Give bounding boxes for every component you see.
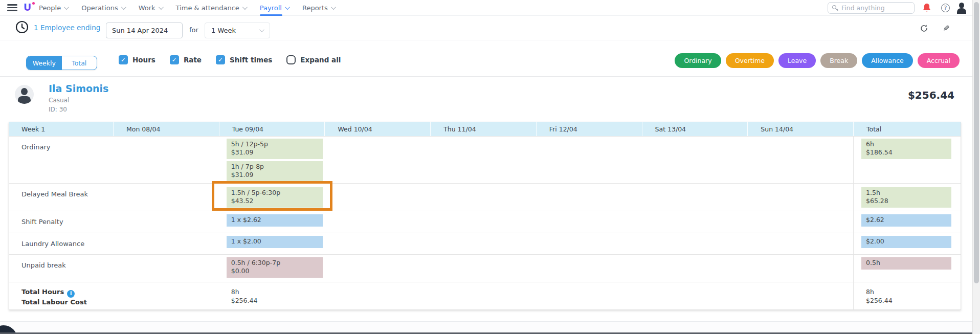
table-header-row: Week 1 Mon 08/04 Tue 09/04 Wed 10/04 Thu… bbox=[9, 122, 961, 136]
allowance-entry: 1 x $2.00 bbox=[227, 236, 323, 248]
total-entry: 6h$186.54 bbox=[861, 139, 951, 159]
nav-item-work[interactable]: Work bbox=[139, 0, 162, 16]
totals-label: Total Hoursi Total Labour Cost bbox=[9, 282, 113, 309]
checkbox-shift-times[interactable]: ✓ Shift times bbox=[216, 55, 272, 64]
employees-ending-link[interactable]: 1 Employee ending bbox=[34, 24, 100, 32]
total-cell: 8h$256.44 bbox=[853, 282, 961, 309]
hamburger-menu-icon[interactable] bbox=[7, 4, 17, 12]
edit-pencil-button[interactable]: ✎ bbox=[940, 22, 952, 34]
refresh-button[interactable] bbox=[918, 22, 930, 34]
nav-item-payroll[interactable]: Payroll bbox=[260, 0, 288, 16]
col-wed: Wed 10/04 bbox=[324, 122, 430, 136]
day-cell-tue: 5h / 12p-5p$31.09 1h / 7p-8p$31.09 bbox=[219, 137, 325, 183]
nav-item-reports[interactable]: Reports bbox=[302, 0, 335, 16]
day-total: 8h$256.44 bbox=[219, 282, 325, 305]
highlight-annotation-box bbox=[212, 181, 332, 211]
employee-type: Casual bbox=[49, 97, 69, 104]
legend-overtime[interactable]: Overtime bbox=[726, 53, 774, 68]
week-total: 8h$256.44 bbox=[854, 282, 961, 305]
col-thu: Thu 11/04 bbox=[430, 122, 536, 136]
employee-name-link[interactable]: Ila Simonis bbox=[49, 83, 108, 94]
total-entry: 0.5h bbox=[861, 257, 951, 270]
clock-icon bbox=[15, 20, 29, 34]
chevron-down-icon bbox=[121, 5, 126, 10]
legend-allowance[interactable]: Allowance bbox=[862, 53, 913, 68]
row-label: Laundry Allowance bbox=[9, 233, 113, 254]
table-row-unpaid-break: Unpaid break 0.5h / 6:30p-7p$0.00 0.5h bbox=[9, 254, 961, 282]
col-week: Week 1 bbox=[9, 122, 113, 136]
checkbox-rate[interactable]: ✓ Rate bbox=[170, 55, 202, 64]
checkbox-checked-icon: ✓ bbox=[170, 55, 179, 64]
pay-period-date-input[interactable] bbox=[106, 23, 183, 38]
total-cell: $2.00 bbox=[853, 233, 961, 254]
total-entry: $2.62 bbox=[861, 214, 951, 227]
display-checkboxes: ✓ Hours ✓ Rate ✓ Shift times Expand all bbox=[119, 55, 341, 64]
total-cell: 1.5h$65.28 bbox=[853, 184, 961, 211]
nav-item-operations[interactable]: Operations bbox=[81, 0, 124, 16]
info-icon[interactable]: i bbox=[67, 290, 75, 298]
employee-header: Ila Simonis Casual ID: 30 $256.44 bbox=[0, 77, 980, 122]
legend-accrual[interactable]: Accrual bbox=[918, 53, 960, 68]
period-select[interactable]: 1 Week bbox=[205, 23, 270, 38]
shift-entry: 5h / 12p-5p$31.09 bbox=[227, 139, 323, 159]
app-logo[interactable]: U bbox=[24, 2, 36, 14]
table-row-totals: Total Hoursi Total Labour Cost 8h$256.44… bbox=[9, 282, 961, 309]
total-cell: 0.5h bbox=[853, 255, 961, 282]
employee-avatar[interactable] bbox=[15, 85, 34, 104]
legend-break[interactable]: Break bbox=[820, 53, 857, 68]
table-row-delayed-meal-break: Delayed Meal Break 1.5h / 5p-6:30p$43.52… bbox=[9, 183, 961, 211]
table-row-ordinary: Ordinary 5h / 12p-5p$31.09 1h / 7p-8p$31… bbox=[9, 136, 961, 183]
notifications-bell-icon[interactable] bbox=[922, 3, 931, 13]
day-cell-tue: 0.5h / 6:30p-7p$0.00 bbox=[219, 255, 325, 282]
chevron-down-icon bbox=[259, 27, 264, 32]
payroll-page: U People Operations Work Time & attendan… bbox=[0, 0, 980, 334]
col-fri: Fri 12/04 bbox=[536, 122, 642, 136]
nav-item-time-attendance[interactable]: Time & attendance bbox=[176, 0, 246, 16]
allowance-entry: 1 x $2.62 bbox=[227, 214, 323, 227]
chevron-down-icon bbox=[285, 5, 290, 10]
col-sat: Sat 13/04 bbox=[642, 122, 748, 136]
total-cell: $2.62 bbox=[853, 211, 961, 233]
toggle-weekly[interactable]: Weekly bbox=[27, 56, 62, 70]
page-scrollbar[interactable] bbox=[972, 0, 980, 334]
employee-week-total: $256.44 bbox=[908, 89, 954, 101]
help-icon[interactable]: ? bbox=[941, 4, 950, 12]
chevron-down-icon bbox=[331, 5, 336, 10]
user-avatar[interactable] bbox=[956, 2, 967, 14]
legend-ordinary[interactable]: Ordinary bbox=[675, 53, 721, 68]
row-label: Unpaid break bbox=[9, 255, 113, 282]
timesheet-table: Week 1 Mon 08/04 Tue 09/04 Wed 10/04 Thu… bbox=[9, 122, 961, 310]
for-label: for bbox=[189, 26, 198, 34]
row-label: Ordinary bbox=[9, 137, 113, 183]
row-label: Shift Penalty bbox=[9, 211, 113, 233]
scrollbar-thumb[interactable] bbox=[974, 2, 979, 283]
toggle-total[interactable]: Total bbox=[62, 56, 97, 70]
total-cell: 6h$186.54 bbox=[853, 137, 961, 183]
legend-leave[interactable]: Leave bbox=[778, 53, 816, 68]
checkbox-expand-all[interactable]: Expand all bbox=[286, 55, 341, 64]
shift-entry: 1h / 7p-8p$31.09 bbox=[227, 161, 323, 182]
view-toggle: Weekly Total bbox=[26, 56, 97, 70]
break-entry: 0.5h / 6:30p-7p$0.00 bbox=[227, 257, 323, 278]
col-sun: Sun 14/04 bbox=[747, 122, 853, 136]
chevron-down-icon bbox=[64, 5, 69, 10]
day-cell-tue: 8h$256.44 bbox=[219, 282, 325, 309]
view-options-bar: Weekly Total ✓ Hours ✓ Rate ✓ Shift time… bbox=[0, 40, 980, 77]
chevron-down-icon bbox=[242, 5, 248, 10]
col-mon: Mon 08/04 bbox=[113, 122, 219, 136]
period-select-value: 1 Week bbox=[211, 27, 236, 34]
checkbox-checked-icon: ✓ bbox=[119, 55, 128, 64]
checkbox-hours[interactable]: ✓ Hours bbox=[119, 55, 155, 64]
timesheet-toolbar: 1 Employee ending for 1 Week ✎ bbox=[0, 16, 980, 40]
nav-item-people[interactable]: People bbox=[39, 0, 68, 16]
row-label: Delayed Meal Break bbox=[9, 184, 113, 211]
col-total: Total bbox=[853, 122, 961, 136]
search-icon bbox=[832, 5, 838, 11]
global-search[interactable] bbox=[828, 2, 915, 14]
search-input[interactable] bbox=[841, 4, 908, 12]
table-row-shift-penalty: Shift Penalty 1 x $2.62 $2.62 bbox=[9, 211, 961, 233]
pay-type-legend: Ordinary Overtime Leave Break Allowance … bbox=[675, 53, 960, 68]
logo-dot-icon bbox=[32, 2, 35, 5]
day-cell-tue: 1 x $2.62 bbox=[219, 211, 325, 233]
col-tue: Tue 09/04 bbox=[219, 122, 325, 136]
